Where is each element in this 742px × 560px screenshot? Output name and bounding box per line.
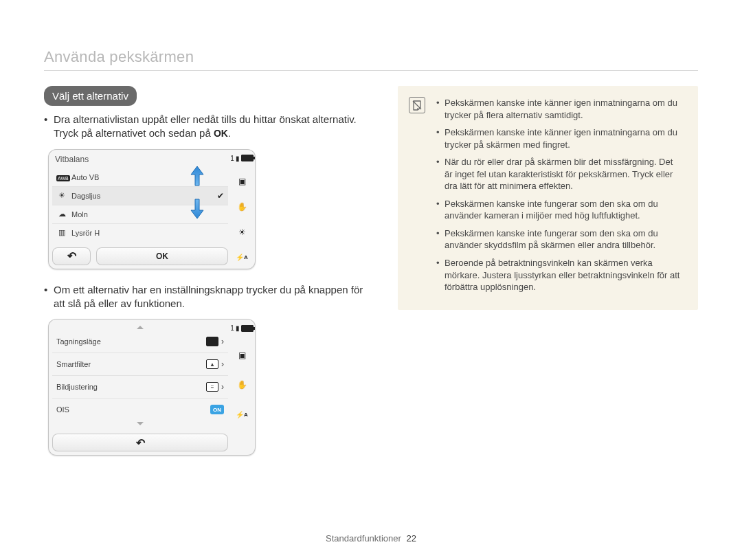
battery-icon	[241, 325, 254, 332]
setting-row-smartfilter[interactable]: Smartfilter ▲›	[52, 352, 228, 375]
flash-auto-icon: ⚡A	[236, 408, 248, 421]
list-scroll-up-caret[interactable]	[137, 326, 144, 329]
camera-screen-whitebalance: Vitbalans AWB Auto VB ☀ Dagsljus ✔ ☁	[48, 149, 256, 269]
cloud-icon: ☁	[56, 210, 67, 219]
auto-wb-icon: AWB	[56, 173, 67, 181]
memory-card-icon: ▮	[236, 155, 240, 162]
notes-panel: Pekskärmen kanske inte känner igen inmat…	[398, 86, 698, 310]
wb-option-label: Auto VB	[71, 173, 99, 181]
note-item: När du rör eller drar på skärmen blir de…	[436, 156, 683, 192]
setting-label: Bildjustering	[56, 383, 98, 391]
shots-remaining: 1 ▮	[230, 155, 254, 162]
check-icon: ✔	[217, 191, 224, 201]
setting-label: Tagningsläge	[56, 337, 101, 346]
setting-row-image-adjust[interactable]: Bildjustering ≡›	[52, 375, 228, 398]
scroll-down-arrow-icon	[190, 199, 205, 219]
instruction-paragraph-1: • Dra alternativlistan uppåt eller nedåt…	[44, 113, 370, 141]
section-title: Välj ett alternativ	[44, 86, 137, 106]
wb-option-label: Dagsljus	[71, 192, 100, 200]
battery-icon	[241, 155, 254, 161]
picture-icon: ▲	[206, 359, 218, 369]
note-icon	[409, 97, 425, 113]
shot-count: 1	[230, 155, 234, 162]
focus-frame-icon: ▣	[236, 175, 248, 188]
fluorescent-icon: ▥	[56, 228, 67, 237]
on-toggle[interactable]: ON	[210, 405, 224, 414]
camera-screen-settings: Tagningsläge › Smartfilter ▲› Bildjuster…	[48, 319, 256, 456]
focus-frame-icon: ▣	[236, 349, 248, 361]
chevron-right-icon: ›	[221, 337, 224, 346]
memory-card-icon: ▮	[236, 324, 240, 332]
wb-option-fluorescent[interactable]: ▥ Lysrör H	[52, 223, 228, 242]
note-item: Pekskärmen kanske inte känner igen inmat…	[436, 97, 683, 121]
wb-option-label: Lysrör H	[71, 229, 100, 237]
chevron-right-icon: ›	[221, 359, 224, 369]
back-button[interactable]: ↶	[52, 247, 91, 265]
setting-row-ois[interactable]: OIS ON	[52, 398, 228, 421]
shots-remaining: 1 ▮	[230, 324, 254, 332]
note-item: Pekskärmen kanske inte fungerar som den …	[436, 198, 683, 222]
scroll-up-arrow-icon	[190, 166, 205, 186]
setting-row-shooting-mode[interactable]: Tagningsläge ›	[52, 331, 228, 352]
back-button[interactable]: ↶	[52, 434, 228, 451]
list-scroll-down-caret[interactable]	[137, 422, 144, 425]
sun-icon: ☀	[56, 191, 67, 200]
ois-hand-icon: ✋	[236, 201, 248, 213]
footer-page-number: 22	[407, 533, 416, 544]
para1-text-b: .	[228, 127, 231, 139]
chevron-right-icon: ›	[221, 382, 224, 392]
shot-count: 1	[230, 324, 234, 332]
sliders-icon: ≡	[206, 382, 218, 392]
note-item: Pekskärmen kanske inte känner igen inmat…	[436, 126, 683, 150]
para1-text-a: Dra alternativlistan uppåt eller nedåt t…	[54, 113, 357, 139]
para2-text: Om ett alternativ har en inställningskna…	[54, 284, 363, 309]
flash-auto-icon: ⚡A	[236, 251, 248, 264]
footer-section: Standardfunktioner	[326, 533, 401, 544]
instruction-paragraph-2: • Om ett alternativ har en inställningsk…	[44, 283, 370, 311]
note-item: Beroende på betraktningsvinkeln kan skär…	[436, 257, 683, 293]
brightness-icon: ☀	[236, 226, 248, 238]
inline-ok-glyph: OK	[214, 128, 228, 139]
page-footer: Standardfunktioner 22	[0, 533, 742, 544]
setting-label: Smartfilter	[56, 360, 91, 368]
note-item: Pekskärmen kanske inte fungerar som den …	[436, 227, 683, 251]
wb-option-label: Moln	[71, 210, 88, 219]
ois-hand-icon: ✋	[236, 379, 248, 391]
setting-label: OIS	[56, 405, 69, 414]
resolution-icon	[206, 337, 218, 346]
page-header: Använda pekskärmen	[44, 48, 698, 71]
ok-button[interactable]: OK	[96, 247, 228, 265]
